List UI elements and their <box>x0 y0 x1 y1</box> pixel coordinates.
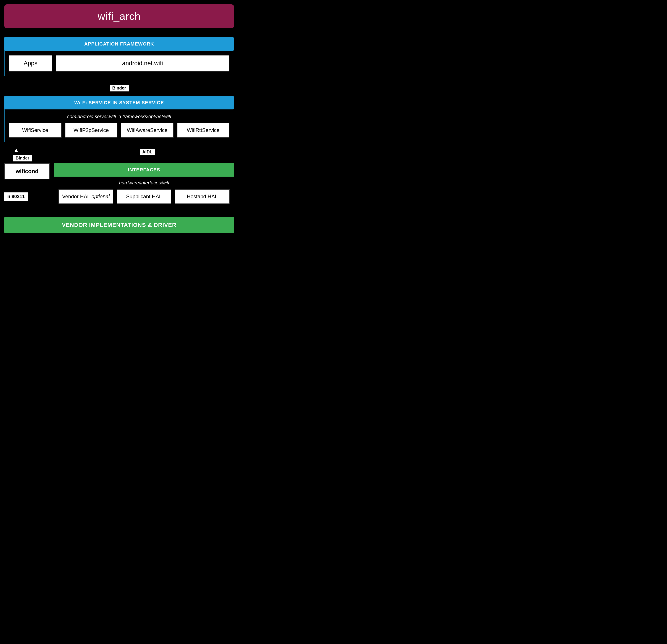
nl80211-area: nl80211 <box>4 192 50 200</box>
android-net-wifi-label: android.net.wifi <box>122 60 163 67</box>
binder2-area: ▲ Binder <box>13 146 61 161</box>
wifi-service-subtitle: com.android.server.wifi in frameworks/op… <box>9 114 229 119</box>
binder2-aidl-row: ▲ Binder AIDL <box>4 146 234 161</box>
hostapd-hal-label: Hostapd HAL <box>187 193 218 199</box>
aidl-label: AIDL <box>140 149 155 155</box>
lower-section: wificond nl80211 INTERFACES hardware/int… <box>4 163 234 208</box>
apps-label: Apps <box>23 60 37 67</box>
wifi-service-label: WifiService <box>22 127 48 133</box>
wifi-service-subtitle-italic: com.android.server.wifi <box>67 114 116 119</box>
interfaces-subtitle: hardware/interfaces/wifi <box>59 180 230 186</box>
wifi-service-header-label: Wi-Fi SERVICE IN SYSTEM SERVICE <box>74 100 164 105</box>
binder1-label: Binder <box>110 85 128 92</box>
title-bar: wifi_arch <box>4 4 234 28</box>
app-framework-content: Apps android.net.wifi <box>4 51 234 76</box>
app-framework-header-label: APPLICATION FRAMEWORK <box>84 41 154 47</box>
wifirtt-service-label: WifiRttService <box>187 127 219 133</box>
wificond-column: wificond nl80211 <box>4 163 50 208</box>
interfaces-content: hardware/interfaces/wifi Vendor HAL opti… <box>54 177 234 208</box>
wifi-service-section: Wi-Fi SERVICE IN SYSTEM SERVICE com.andr… <box>4 96 234 142</box>
wifip2p-service-box: WifiP2pService <box>65 123 118 138</box>
binder2-label: Binder <box>13 155 32 161</box>
vendor-impl-section: VENDOR IMPLEMENTATIONS & DRIVER <box>4 217 234 233</box>
binder1-container: Binder <box>4 85 234 92</box>
wifi-service-header-bar: Wi-Fi SERVICE IN SYSTEM SERVICE <box>4 96 234 109</box>
wifi-service-subtitle-in: in <box>116 114 123 119</box>
app-framework-section: APPLICATION FRAMEWORK Apps android.net.w… <box>4 37 234 76</box>
wifi-service-content: com.android.server.wifi in frameworks/op… <box>4 109 234 142</box>
vendor-hal-box: Vendor HAL optional <box>59 189 113 204</box>
interfaces-boxes: Vendor HAL optional Supplicant HAL Hosta… <box>59 189 230 204</box>
aidl-area: AIDL <box>61 146 234 155</box>
android-net-wifi-box: android.net.wifi <box>56 55 229 71</box>
arrow-up-icon: ▲ <box>13 146 19 154</box>
interfaces-column: INTERFACES hardware/interfaces/wifi Vend… <box>54 163 234 208</box>
interfaces-header-label: INTERFACES <box>128 167 160 173</box>
wifi-service-box: WifiService <box>9 123 62 138</box>
vendor-hal-label: Vendor HAL optional <box>62 193 110 199</box>
wificond-box: wificond <box>4 163 50 179</box>
app-framework-header-bar: APPLICATION FRAMEWORK <box>4 37 234 51</box>
supplicant-hal-label: Supplicant HAL <box>126 193 162 199</box>
interfaces-header: INTERFACES <box>54 163 234 177</box>
wifiaware-service-box: WifiAwareService <box>121 123 174 138</box>
vendor-impl-label: VENDOR IMPLEMENTATIONS & DRIVER <box>62 222 176 228</box>
wifip2p-service-label: WifiP2pService <box>74 127 109 133</box>
wificond-label: wificond <box>16 168 38 175</box>
wifi-service-subtitle-path: frameworks/opt/net/wifi <box>123 114 171 119</box>
wifi-service-boxes: WifiService WifiP2pService WifiAwareServ… <box>9 123 229 138</box>
page-title: wifi_arch <box>9 11 230 22</box>
wifirtt-service-box: WifiRttService <box>177 123 230 138</box>
apps-box: Apps <box>9 55 52 71</box>
nl80211-label: nl80211 <box>4 192 28 200</box>
wifiaware-service-label: WifiAwareService <box>127 127 167 133</box>
interfaces-box: INTERFACES hardware/interfaces/wifi Vend… <box>54 163 234 208</box>
hostapd-hal-box: Hostapd HAL <box>175 189 230 204</box>
supplicant-hal-box: Supplicant HAL <box>117 189 172 204</box>
